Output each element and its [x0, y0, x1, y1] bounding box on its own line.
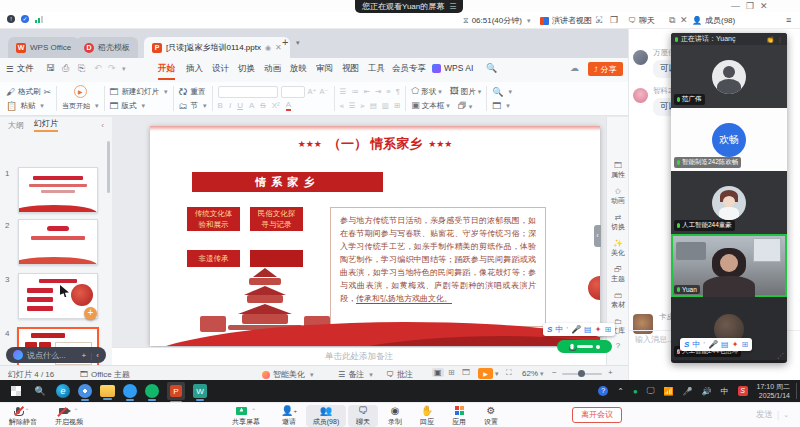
- ribbon-tab-member[interactable]: 会员专享: [392, 63, 426, 75]
- tray-sogou-icon[interactable]: S: [738, 386, 748, 396]
- notes-placeholder[interactable]: 单击此处添加备注: [112, 347, 606, 365]
- collapse-panel-icon[interactable]: ‹: [101, 121, 104, 130]
- zoom-level[interactable]: 62%: [522, 369, 544, 378]
- close-panel-icon[interactable]: ✕: [680, 15, 688, 25]
- slide-thumbnail-1[interactable]: [18, 167, 98, 213]
- fullscreen-icon[interactable]: ⛶: [596, 15, 602, 26]
- pip-window-icon[interactable]: ❐: [610, 15, 618, 25]
- side-transition[interactable]: ⇄切换: [607, 213, 629, 231]
- play-from-current-button[interactable]: 当页开始: [62, 99, 99, 112]
- wps-ai-input-pill[interactable]: 说点什么... + | ‹: [6, 347, 106, 363]
- comments-button[interactable]: 🗨批注: [386, 369, 413, 380]
- zoom-slider[interactable]: [562, 373, 602, 375]
- format-painter-button[interactable]: 🖌格式刷✂: [6, 85, 51, 98]
- meeting-app-icon[interactable]: [145, 384, 159, 398]
- smart-beautify-button[interactable]: 智能美化: [262, 369, 314, 380]
- export-icon[interactable]: ⎘: [78, 63, 85, 74]
- plus-icon[interactable]: +: [82, 351, 87, 360]
- textbox-button[interactable]: ▣ 文本框: [411, 100, 450, 111]
- play-options-icon[interactable]: ▾: [495, 370, 499, 378]
- view-sorter-icon[interactable]: ⊞: [448, 368, 455, 377]
- panel-collapse-handle[interactable]: ‹: [594, 225, 601, 247]
- tray-volume-icon[interactable]: 🔊: [702, 387, 712, 396]
- zoom-in-icon[interactable]: +: [608, 368, 613, 377]
- pin-icon[interactable]: ◉: [265, 44, 271, 52]
- leave-meeting-button[interactable]: 离开会议: [572, 407, 622, 423]
- ribbon-tab-slideshow[interactable]: 放映: [290, 63, 307, 75]
- ribbon-tab-design[interactable]: 设计: [212, 63, 229, 75]
- font-family-select[interactable]: [218, 86, 278, 98]
- tray-mic-icon[interactable]: 🎤: [683, 387, 693, 396]
- tab-docer[interactable]: D 稻壳模板: [76, 37, 138, 58]
- align-center-icon[interactable]: ☰: [349, 101, 356, 110]
- char-spacing-button[interactable]: A: [249, 101, 254, 110]
- start-button[interactable]: [8, 383, 24, 399]
- ribbon-tab-insert[interactable]: 插入: [186, 63, 203, 75]
- notes-button[interactable]: ☰备注: [338, 369, 373, 380]
- taskbar-search-icon[interactable]: 🔍: [32, 383, 48, 399]
- ribbon-tab-tools[interactable]: 工具: [368, 63, 385, 75]
- video-tile[interactable]: 人工智能244童豪: [671, 171, 787, 234]
- start-video-button[interactable]: ⌃ 开启视频: [48, 405, 90, 427]
- find-button[interactable]: 🔍: [492, 85, 512, 98]
- outdent-icon[interactable]: ⇤: [364, 87, 370, 96]
- tray-help-icon[interactable]: ?: [598, 386, 608, 396]
- chat-toggle[interactable]: 🗨 聊天: [628, 15, 655, 26]
- ribbon-tab-view[interactable]: 视图: [342, 63, 359, 75]
- tab-slides[interactable]: 幻灯片: [34, 118, 58, 132]
- layout-button[interactable]: 🗖版式: [110, 99, 168, 112]
- browser-icon[interactable]: [78, 384, 92, 398]
- view-normal-icon[interactable]: ▣: [432, 368, 444, 377]
- powerpoint-icon[interactable]: P: [167, 382, 185, 400]
- edge-icon[interactable]: e: [56, 384, 70, 398]
- view-mode-select[interactable]: 演讲者视图: [540, 15, 601, 26]
- side-beautify[interactable]: ✨美化: [607, 239, 629, 257]
- justify-icon[interactable]: ▤: [370, 101, 377, 110]
- video-tile[interactable]: 范广伟: [671, 45, 787, 108]
- align-right-icon[interactable]: ⫸: [361, 101, 365, 111]
- notification-strip[interactable]: [796, 383, 800, 399]
- add-slide-floating-button[interactable]: +: [84, 307, 97, 320]
- picture-button[interactable]: 🖼 图片: [450, 86, 482, 97]
- bullet-list-icon[interactable]: ☰: [340, 87, 347, 96]
- unmute-button[interactable]: ⌃ 解除静音: [2, 405, 44, 427]
- ribbon-tab-animation[interactable]: 动画: [264, 63, 281, 75]
- cloud-icon[interactable]: ☁: [570, 63, 579, 73]
- side-assets[interactable]: 🗃素材: [607, 291, 629, 309]
- sogou-input-bar[interactable]: S中’🎤▤✦⊞: [543, 323, 615, 336]
- print-icon[interactable]: ⎙: [62, 63, 69, 74]
- font-grow-icon[interactable]: A⁺: [308, 87, 317, 96]
- superscript-button[interactable]: X²: [272, 101, 280, 110]
- zoom-out-icon[interactable]: −: [552, 368, 557, 377]
- tab-outline[interactable]: 大纲: [8, 120, 24, 131]
- line-spacing-icon[interactable]: ≡: [386, 87, 390, 96]
- avatar[interactable]: [633, 88, 648, 103]
- strike-button[interactable]: S: [260, 101, 265, 110]
- popout-icon[interactable]: ⧉: [669, 15, 675, 26]
- reaction-button[interactable]: ✋ 回应: [412, 405, 442, 427]
- undo-icon[interactable]: ↶: [94, 63, 102, 73]
- tray-network-icon[interactable]: 📶: [664, 387, 674, 396]
- shapes-button[interactable]: ⬠ 形状: [411, 86, 441, 97]
- search-icon[interactable]: 🔍: [486, 63, 497, 73]
- new-slide-button[interactable]: 🗔新建幻灯片: [110, 85, 168, 98]
- view-read-icon[interactable]: 🗖: [462, 368, 470, 377]
- slide-canvas[interactable]: ★★★ （一） 情系家乡 ★★★ 情系家乡 传统文化体验和展示 民俗文化探寻与记…: [150, 126, 600, 346]
- slide-thumbnail-2[interactable]: [18, 219, 98, 265]
- italic-button[interactable]: I: [229, 101, 231, 110]
- taskbar-clock[interactable]: 17:10 周二 2025/1/14: [757, 382, 790, 400]
- video-tile[interactable]: 欢畅 智能制造242陈欢畅: [671, 108, 787, 171]
- fit-window-icon[interactable]: ⛶: [506, 368, 512, 378]
- settings-button[interactable]: ⚙ 设置: [476, 405, 506, 427]
- reactions-icon[interactable]: 👏: [767, 36, 775, 43]
- reset-button[interactable]: 🗘重置: [179, 85, 207, 98]
- ribbon-tab-home[interactable]: 开始: [158, 63, 175, 80]
- slide-body-textbox[interactable]: 参与地方传统节日活动，亲身感受节日的浓郁氛围，如在春节期间参与写春联、贴窗花、守…: [330, 207, 546, 327]
- menu-icon[interactable]: ☰: [449, 2, 456, 11]
- side-properties[interactable]: 🗔属性: [607, 161, 629, 179]
- tab-wps-office[interactable]: W WPS Office: [8, 37, 79, 58]
- meeting-timer[interactable]: ⧖ 06:51(40分钟): [463, 15, 530, 26]
- apps-button[interactable]: 应用: [444, 405, 474, 427]
- share-screen-button[interactable]: ⌃ 共享屏幕: [224, 405, 268, 427]
- align-top-icon[interactable]: ⊞: [394, 101, 400, 110]
